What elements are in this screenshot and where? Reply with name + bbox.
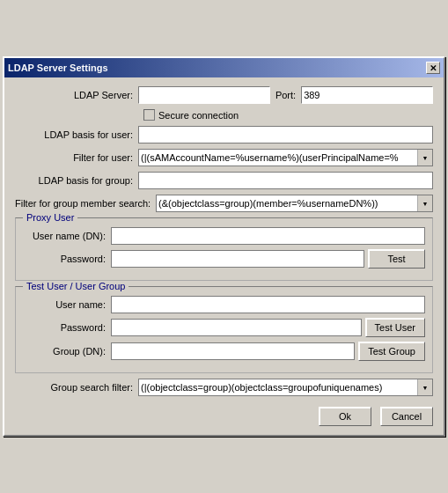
test-username-label: User name:: [23, 299, 111, 310]
filter-user-label: Filter for user:: [15, 152, 138, 163]
proxy-username-row: User name (DN):: [23, 227, 425, 245]
proxy-password-label: Password:: [23, 254, 111, 264]
ldap-basis-user-label: LDAP basis for user:: [15, 129, 138, 140]
group-search-dropdown-btn[interactable]: ▼: [417, 379, 432, 395]
group-search-filter-row: Group search filter: (|(objectclass=grou…: [15, 379, 433, 396]
group-search-select[interactable]: (|(objectclass=group)(objectclass=groupo…: [138, 379, 433, 396]
proxy-user-group-label: Proxy User: [23, 212, 77, 223]
filter-group-select[interactable]: (&(objectclass=group)(member=%usernameDN…: [156, 195, 433, 212]
secure-checkbox-wrapper[interactable]: Secure connection: [143, 109, 239, 121]
close-button[interactable]: ✕: [426, 62, 440, 74]
cancel-button[interactable]: Cancel: [380, 407, 433, 426]
test-group-button[interactable]: Test Group: [358, 342, 425, 361]
port-input[interactable]: [301, 86, 433, 104]
ldap-settings-window: LDAP Server Settings ✕ LDAP Server: Port…: [3, 56, 445, 437]
dropdown-arrow-icon2: ▼: [422, 201, 429, 207]
title-bar: LDAP Server Settings ✕: [4, 58, 444, 77]
ldap-server-input[interactable]: [138, 86, 270, 104]
test-group-row: Group (DN): Test Group: [23, 342, 425, 361]
window-title: LDAP Server Settings: [8, 63, 108, 73]
proxy-password-row: Password: Test: [23, 249, 425, 269]
proxy-password-input[interactable]: [111, 250, 364, 268]
test-group-input[interactable]: [111, 342, 355, 360]
test-user-button[interactable]: Test User: [365, 318, 425, 337]
filter-user-dropdown-btn[interactable]: ▼: [417, 150, 432, 166]
dropdown-arrow-icon: ▼: [422, 155, 429, 161]
test-user-group-label: Test User / User Group: [23, 281, 129, 291]
test-button[interactable]: Test: [368, 249, 425, 269]
test-password-input[interactable]: [111, 319, 362, 336]
secure-connection-row: Secure connection: [143, 109, 433, 121]
filter-user-value: (|(sAMAccountName=%username%)(userPrinci…: [139, 152, 417, 163]
filter-group-dropdown-btn[interactable]: ▼: [417, 195, 432, 211]
proxy-username-label: User name (DN):: [23, 231, 111, 241]
filter-group-value: (&(objectclass=group)(member=%usernameDN…: [157, 198, 417, 209]
ldap-basis-user-row: LDAP basis for user:: [15, 126, 433, 143]
ldap-basis-group-row: LDAP basis for group:: [15, 172, 433, 189]
test-user-groupbox: Test User / User Group User name: Passwo…: [15, 286, 433, 373]
test-username-row: User name:: [23, 296, 425, 313]
dropdown-arrow-icon3: ▼: [422, 385, 429, 391]
proxy-user-content: User name (DN): Password: Test: [23, 227, 425, 269]
proxy-user-groupbox: Proxy User User name (DN): Password: Tes…: [15, 217, 433, 281]
ldap-server-row: LDAP Server: Port:: [15, 86, 433, 104]
test-password-label: Password:: [23, 322, 111, 333]
ok-button[interactable]: Ok: [319, 407, 371, 426]
form-content: LDAP Server: Port: Secure connection LDA…: [4, 77, 444, 435]
test-group-label: Group (DN):: [23, 346, 111, 357]
group-search-value: (|(objectclass=group)(objectclass=groupo…: [139, 382, 417, 393]
filter-user-select[interactable]: (|(sAMAccountName=%username%)(userPrinci…: [138, 149, 433, 166]
test-username-input[interactable]: [111, 296, 425, 313]
ldap-basis-group-input[interactable]: [138, 172, 433, 189]
filter-group-label: Filter for group member search:: [15, 198, 156, 209]
ldap-basis-group-label: LDAP basis for group:: [15, 175, 138, 186]
secure-label: Secure connection: [158, 110, 239, 121]
secure-checkbox[interactable]: [143, 109, 155, 121]
proxy-username-input[interactable]: [111, 227, 425, 245]
bottom-buttons: Ok Cancel: [15, 403, 433, 428]
ldap-basis-user-input[interactable]: [138, 126, 433, 143]
filter-group-row: Filter for group member search: (&(objec…: [15, 195, 433, 212]
port-label: Port:: [270, 90, 301, 100]
test-user-content: User name: Password: Test User Group (DN…: [23, 296, 425, 361]
ldap-server-label: LDAP Server:: [15, 90, 138, 100]
filter-user-row: Filter for user: (|(sAMAccountName=%user…: [15, 149, 433, 166]
group-search-label: Group search filter:: [15, 382, 138, 393]
test-password-row: Password: Test User: [23, 318, 425, 337]
